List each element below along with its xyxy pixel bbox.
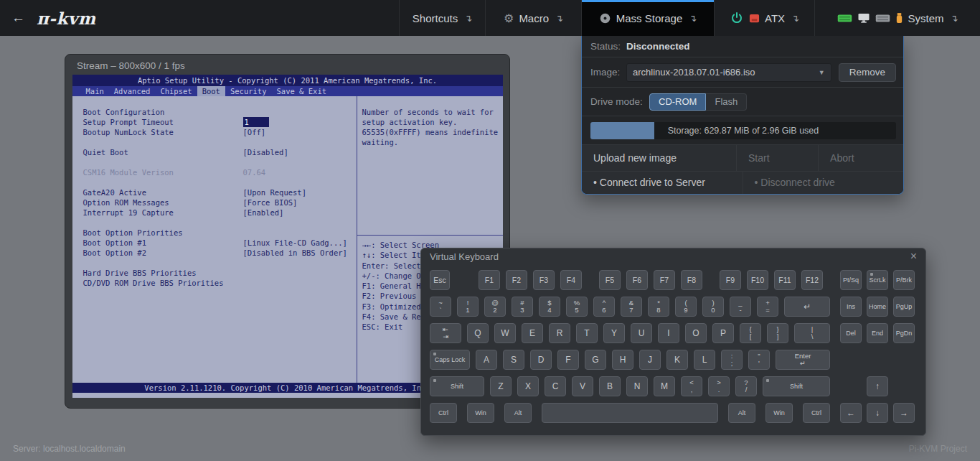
e-key[interactable]: E: [522, 323, 543, 343]
page-up-key[interactable]: PgUp: [893, 297, 915, 317]
arrow-down-key[interactable]: ↓: [867, 403, 888, 423]
tab-key[interactable]: ⇤⇥: [430, 323, 461, 343]
insert-key[interactable]: Ins: [840, 297, 862, 317]
arrow-left-key[interactable]: ←: [840, 403, 862, 423]
backquote-key[interactable]: ~`: [430, 297, 451, 317]
shift-right-key[interactable]: Shift: [763, 376, 830, 396]
digit-0-key[interactable]: )0: [702, 297, 724, 317]
bracket-left-key[interactable]: {[: [740, 323, 761, 343]
w-key[interactable]: W: [494, 323, 516, 343]
digit-4-key[interactable]: $4: [539, 297, 560, 317]
digit-9-key[interactable]: (9: [675, 297, 697, 317]
page-down-key[interactable]: PgDn: [893, 323, 915, 343]
d-key[interactable]: D: [530, 350, 552, 370]
digit-1-key[interactable]: !1: [457, 297, 479, 317]
f7-key[interactable]: F7: [654, 270, 675, 290]
f6-key[interactable]: F6: [626, 270, 648, 290]
s-key[interactable]: S: [503, 350, 524, 370]
f8-key[interactable]: F8: [681, 270, 702, 290]
nav-item-macro[interactable]: ⚙ Macro ↴: [485, 0, 581, 36]
k-key[interactable]: K: [666, 350, 688, 370]
pikvm-project-link[interactable]: Pi-KVM Project: [909, 444, 967, 454]
r-key[interactable]: R: [549, 323, 570, 343]
arrow-right-key[interactable]: →: [893, 403, 915, 423]
f1-key[interactable]: F1: [479, 270, 500, 290]
f12-key[interactable]: F12: [801, 270, 823, 290]
f2-key[interactable]: F2: [506, 270, 527, 290]
shift-left-key[interactable]: Shift: [430, 376, 484, 396]
i-key[interactable]: I: [658, 323, 679, 343]
l-key[interactable]: L: [694, 350, 715, 370]
pause-break-key[interactable]: P/Brk: [893, 270, 915, 290]
nav-item-system[interactable]: System ↴: [814, 0, 980, 36]
f9-key[interactable]: F9: [720, 270, 741, 290]
f3-key[interactable]: F3: [533, 270, 555, 290]
win-left-key[interactable]: Win: [467, 403, 494, 423]
disconnect-drive-button[interactable]: • Disconnect drive: [743, 172, 904, 194]
p-key[interactable]: P: [712, 323, 734, 343]
cdrom-mode-button[interactable]: CD-ROM: [649, 93, 706, 111]
print-screen-key[interactable]: Pt/Sq: [840, 270, 862, 290]
connect-drive-button[interactable]: • Connect drive to Server: [582, 172, 743, 194]
scroll-lock-key[interactable]: ScrLk: [867, 270, 888, 290]
nav-item-mass-storage[interactable]: Mass Storage ↴: [581, 0, 714, 36]
caps-lock-key[interactable]: Caps Lock: [430, 350, 470, 370]
o-key[interactable]: O: [685, 323, 707, 343]
nav-item-shortcuts[interactable]: Shortcuts ↴: [399, 0, 485, 36]
period-key[interactable]: >.: [708, 376, 730, 396]
n-key[interactable]: N: [626, 376, 648, 396]
digit-6-key[interactable]: ^6: [593, 297, 615, 317]
delete-key[interactable]: Del: [840, 323, 862, 343]
ctrl-left-key[interactable]: Ctrl: [430, 403, 457, 423]
backslash-key[interactable]: |\: [794, 323, 830, 343]
minus-key[interactable]: _-: [730, 297, 751, 317]
g-key[interactable]: G: [585, 350, 606, 370]
slash-key[interactable]: ?/: [735, 376, 757, 396]
f5-key[interactable]: F5: [599, 270, 621, 290]
t-key[interactable]: T: [576, 323, 598, 343]
bracket-right-key[interactable]: }]: [767, 323, 788, 343]
back-arrow-button[interactable]: ←: [10, 10, 32, 26]
b-key[interactable]: B: [599, 376, 621, 396]
close-icon[interactable]: ×: [910, 251, 917, 262]
win-right-key[interactable]: Win: [765, 403, 793, 423]
remove-image-button[interactable]: Remove: [839, 63, 896, 82]
nav-item-atx[interactable]: ATX ↴: [714, 0, 814, 36]
m-key[interactable]: M: [654, 376, 675, 396]
semicolon-key[interactable]: :;: [721, 350, 743, 370]
space-key[interactable]: [542, 403, 718, 423]
f-key[interactable]: F: [557, 350, 579, 370]
upload-image-button[interactable]: Upload new image: [582, 145, 736, 171]
home-key[interactable]: Home: [867, 297, 888, 317]
q-key[interactable]: Q: [467, 323, 489, 343]
f10-key[interactable]: F10: [747, 270, 768, 290]
flash-mode-button[interactable]: Flash: [706, 93, 747, 111]
alt-left-key[interactable]: Alt: [504, 403, 532, 423]
keyboard-titlebar[interactable]: Virtual Keyboard ×: [421, 248, 925, 264]
y-key[interactable]: Y: [603, 323, 625, 343]
comma-key[interactable]: <,: [681, 376, 702, 396]
end-key[interactable]: End: [867, 323, 888, 343]
j-key[interactable]: J: [639, 350, 661, 370]
z-key[interactable]: Z: [490, 376, 512, 396]
v-key[interactable]: V: [572, 376, 593, 396]
esc-key[interactable]: Esc: [430, 270, 450, 290]
quote-key[interactable]: "': [748, 350, 770, 370]
digit-5-key[interactable]: %5: [566, 297, 588, 317]
enter-key[interactable]: Enter↵: [776, 350, 830, 370]
alt-right-key[interactable]: Alt: [728, 403, 755, 423]
digit-3-key[interactable]: #3: [512, 297, 533, 317]
h-key[interactable]: H: [612, 350, 633, 370]
arrow-up-key[interactable]: ↑: [867, 376, 888, 396]
f11-key[interactable]: F11: [774, 270, 796, 290]
equals-key[interactable]: +=: [757, 297, 778, 317]
digit-8-key[interactable]: *8: [648, 297, 669, 317]
image-select[interactable]: archlinux-2018.07.01-i686.iso ▼: [626, 63, 831, 82]
digit-7-key[interactable]: &7: [621, 297, 642, 317]
a-key[interactable]: A: [476, 350, 497, 370]
abort-upload-button[interactable]: Abort: [818, 145, 903, 171]
f4-key[interactable]: F4: [560, 270, 582, 290]
ctrl-right-key[interactable]: Ctrl: [803, 403, 830, 423]
u-key[interactable]: U: [631, 323, 652, 343]
start-upload-button[interactable]: Start: [736, 145, 818, 171]
